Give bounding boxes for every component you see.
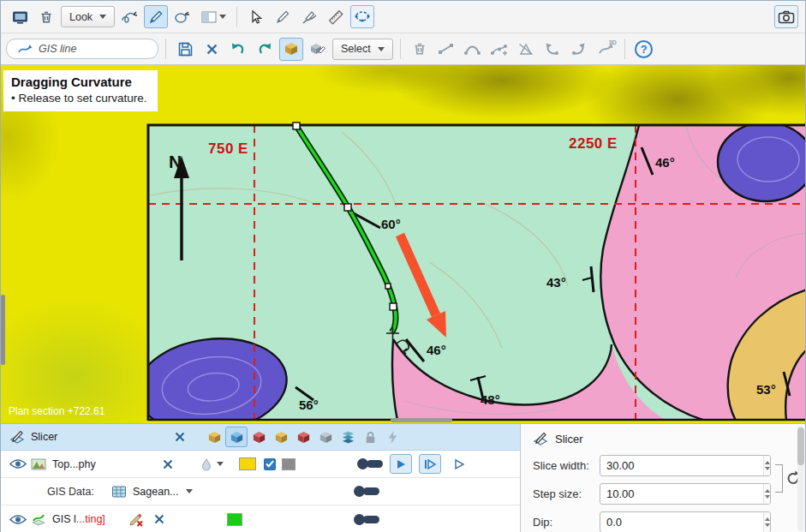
reverse-curve-left-icon[interactable] — [540, 38, 564, 61]
dip-label: 46° — [427, 343, 446, 357]
dip-spinbox[interactable] — [600, 511, 771, 532]
vertical-scrollbar[interactable] — [1, 295, 5, 365]
cube-red2-icon[interactable] — [292, 427, 314, 447]
horizontal-scrollbar[interactable] — [391, 418, 452, 422]
curve-segment-icon[interactable] — [461, 38, 485, 61]
split-view-icon[interactable] — [197, 5, 230, 28]
look-dropdown[interactable]: Look — [61, 6, 115, 27]
redo-icon[interactable] — [253, 38, 277, 61]
topography-checkbox[interactable] — [264, 458, 276, 470]
step-slice-button[interactable] — [419, 454, 441, 474]
chevron-down-icon — [219, 15, 226, 19]
slicer-properties-panel: Slicer Slice width: Step size: Dip: — [521, 424, 805, 532]
toolbar-separator — [236, 7, 237, 27]
toolbar-separator — [624, 39, 625, 59]
convert-3d-curve-icon[interactable]: 3D — [594, 38, 618, 61]
slice-width-field: Slice width: — [533, 455, 771, 476]
save-icon[interactable] — [173, 38, 197, 61]
geology-layers — [131, 123, 805, 423]
vertex-handle[interactable] — [385, 284, 391, 289]
help-glyph: ? — [641, 43, 648, 56]
spinner-arrows[interactable] — [763, 484, 770, 504]
slice-width-input[interactable] — [600, 456, 763, 475]
straight-segment-icon[interactable] — [434, 38, 458, 61]
application-window: Look — [0, 0, 806, 532]
dip-input[interactable] — [600, 512, 763, 532]
slicer-row[interactable]: Slicer — [1, 424, 520, 451]
plan-section-map[interactable]: 750 E 2250 E N 60° 46° 43 — [1, 65, 805, 423]
snap-to-object-icon[interactable] — [279, 38, 303, 61]
lasso-select-icon[interactable] — [350, 5, 374, 28]
draw-gis-line-icon[interactable] — [144, 5, 168, 28]
gis-line-row[interactable]: GIS l...ting] — [1, 505, 520, 532]
topography-color-swatch[interactable] — [239, 457, 256, 470]
draw-on-object-icon[interactable] — [306, 38, 330, 61]
gis-data-icon — [109, 484, 129, 499]
chevron-down-icon[interactable] — [186, 489, 193, 493]
vertex-handle[interactable] — [344, 204, 351, 211]
cube-gray-icon[interactable] — [314, 427, 337, 447]
cube-red-icon[interactable] — [248, 427, 270, 447]
slice-width-spinbox[interactable] — [600, 455, 771, 476]
step-size-input[interactable] — [600, 484, 763, 504]
scrollbar-thumb[interactable] — [797, 427, 804, 465]
add-node-icon[interactable] — [487, 38, 511, 61]
lightning-icon[interactable] — [381, 427, 403, 447]
help-icon[interactable]: ? — [632, 38, 656, 61]
draw-line-tool-icon[interactable] — [271, 5, 295, 28]
gis-line-scene-toggle[interactable] — [354, 514, 379, 525]
draw-polyline-icon[interactable] — [170, 5, 194, 28]
secondary-color-swatch[interactable] — [282, 458, 296, 470]
spinner-arrows[interactable] — [763, 512, 770, 532]
ruler-icon[interactable] — [324, 5, 348, 28]
link-bracket — [775, 464, 783, 493]
visibility-eye-icon[interactable] — [8, 514, 28, 525]
select-mode-dropdown[interactable]: Select — [332, 39, 393, 60]
draw-curve-tool-icon[interactable] — [297, 5, 321, 28]
draw-slicer-line-icon[interactable] — [117, 5, 141, 28]
delete-vertices-icon[interactable] — [408, 38, 432, 61]
trash-icon[interactable] — [34, 5, 58, 28]
cube-blue-icon[interactable] — [225, 427, 248, 447]
properties-title: Slicer — [533, 431, 771, 446]
chevron-down-icon — [217, 462, 224, 466]
vertex-handle[interactable] — [390, 303, 397, 310]
stop-editing-pencil-icon[interactable] — [126, 511, 146, 527]
layers-icon[interactable] — [337, 427, 359, 447]
lock-icon[interactable] — [359, 427, 381, 447]
polygon-slash-icon[interactable] — [514, 38, 538, 61]
cancel-x-icon[interactable] — [200, 38, 224, 61]
reverse-curve-right-icon[interactable] — [567, 38, 591, 61]
gis-line-label: GIS l...ting] — [49, 513, 126, 525]
select-cursor-icon[interactable] — [244, 5, 268, 28]
gis-data-scene-toggle[interactable] — [354, 486, 379, 497]
topography-scene-toggle[interactable] — [357, 458, 383, 469]
cube-amber-icon[interactable] — [203, 427, 225, 447]
play-slices-button[interactable] — [390, 454, 412, 474]
play-outline-button[interactable] — [448, 454, 470, 474]
cube-amber2-icon[interactable] — [270, 427, 292, 447]
vertex-handle[interactable] — [293, 123, 300, 129]
gis-data-value: Sagean... — [129, 486, 182, 498]
scene-view[interactable]: 750 E 2250 E N 60° 46° 43 — [1, 65, 805, 423]
remove-gis-line-button[interactable] — [150, 510, 169, 529]
camera-icon[interactable] — [774, 5, 798, 28]
look-dropdown-label: Look — [69, 11, 93, 23]
remove-slicer-button[interactable] — [170, 427, 189, 446]
undo-icon[interactable] — [226, 38, 250, 61]
dip-label: 56° — [299, 398, 319, 412]
panel-scrollbar[interactable] — [797, 426, 804, 531]
topography-row[interactable]: Top...phy — [1, 451, 520, 478]
gis-data-row[interactable]: GIS Data: Sagean... — [1, 478, 520, 505]
step-size-spinbox[interactable] — [600, 483, 771, 505]
gis-line-color-swatch[interactable] — [227, 513, 242, 526]
remove-topography-button[interactable] — [158, 455, 177, 474]
shading-dropdown[interactable] — [200, 457, 224, 471]
visibility-eye-icon[interactable] — [8, 458, 28, 469]
spinner-arrows[interactable] — [763, 456, 770, 475]
dip-label: Dip: — [533, 516, 600, 529]
gis-data-label: GIS Data: — [47, 486, 109, 498]
select-mode-label: Select — [341, 43, 371, 55]
scene-window-icon[interactable] — [8, 5, 32, 28]
main-toolbar: Look — [1, 1, 805, 33]
